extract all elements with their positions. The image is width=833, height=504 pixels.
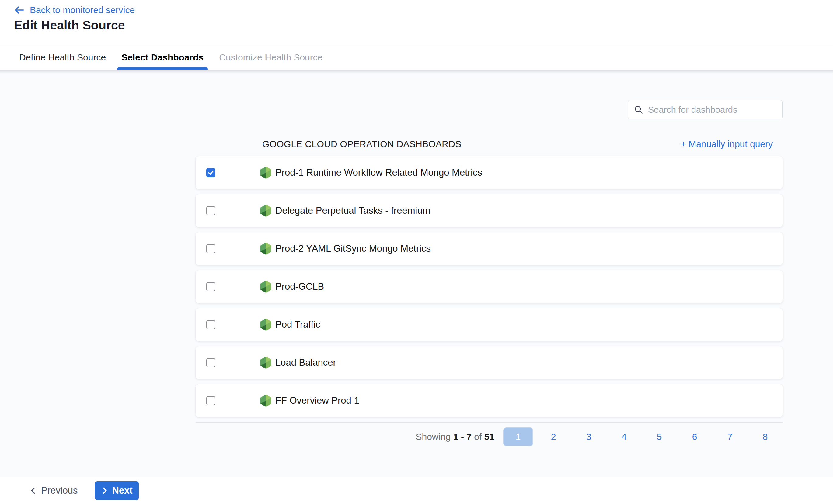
dashboard-checkbox[interactable] (206, 396, 215, 405)
tab-define-health-source[interactable]: Define Health Source (15, 45, 110, 70)
previous-label: Previous (41, 485, 78, 496)
pagination-showing-word: Showing (415, 432, 451, 442)
page-title: Edit Health Source (14, 18, 125, 32)
search-input[interactable] (648, 105, 778, 115)
back-link-label: Back to monitored service (30, 5, 135, 15)
dashboard-hexagon-icon (260, 205, 271, 217)
dashboard-row[interactable]: Load Balancer (196, 346, 783, 379)
tab-select-dashboards[interactable]: Select Dashboards (117, 45, 208, 70)
next-label: Next (112, 485, 133, 496)
dashboard-row[interactable]: Prod-GCLB (196, 270, 783, 303)
pagination-page[interactable]: 7 (712, 427, 747, 446)
list-header-row: GOOGLE CLOUD OPERATION DASHBOARDS + Manu… (196, 139, 783, 149)
dashboard-row[interactable]: Prod-2 YAML GitSync Mongo Metrics (196, 232, 783, 265)
dashboard-label: Pod Traffic (275, 319, 320, 330)
manually-input-query-link[interactable]: + Manually input query (681, 139, 773, 149)
dashboard-list: Prod-1 Runtime Workflow Related Mongo Me… (196, 156, 783, 422)
search-icon (634, 105, 643, 115)
dashboard-hexagon-icon (260, 243, 271, 255)
pagination-of-word: of (474, 432, 482, 442)
dashboard-label: Prod-1 Runtime Workflow Related Mongo Me… (275, 167, 482, 178)
pagination-total: 51 (484, 432, 494, 442)
pagination-page[interactable]: 1 (503, 427, 533, 446)
next-button[interactable]: Next (95, 481, 139, 500)
dashboard-search-box (628, 100, 783, 120)
pagination-page[interactable]: 4 (606, 427, 642, 446)
dashboard-hexagon-icon (260, 281, 271, 293)
dashboard-row[interactable]: Prod-1 Runtime Workflow Related Mongo Me… (196, 156, 783, 189)
content-area: GOOGLE CLOUD OPERATION DASHBOARDS + Manu… (0, 70, 833, 477)
pagination: Showing 1 - 7 of 51 12345678 (196, 427, 783, 447)
dashboard-label: Load Balancer (275, 357, 336, 368)
page-header: Back to monitored service Edit Health So… (0, 0, 833, 45)
back-to-monitored-service-link[interactable]: Back to monitored service (14, 5, 135, 15)
pagination-summary: Showing 1 - 7 of 51 (415, 432, 494, 442)
pagination-range: 1 - 7 (453, 432, 472, 442)
pagination-page[interactable]: 5 (642, 427, 677, 446)
pagination-page[interactable]: 3 (571, 427, 606, 446)
tab-bar: Define Health Source Select Dashboards C… (0, 45, 833, 70)
dashboard-hexagon-icon (260, 167, 271, 179)
dashboard-row[interactable]: FF Overview Prod 1 (196, 384, 783, 417)
dashboard-checkbox[interactable] (206, 206, 215, 215)
dashboard-label: Delegate Perpetual Tasks - freemium (275, 205, 430, 216)
dashboard-checkbox[interactable] (206, 282, 215, 291)
pagination-page[interactable]: 8 (747, 427, 783, 446)
dashboard-checkbox[interactable] (206, 168, 215, 177)
dashboard-hexagon-icon (260, 357, 271, 369)
pagination-page[interactable]: 6 (677, 427, 712, 446)
section-title: GOOGLE CLOUD OPERATION DASHBOARDS (262, 139, 461, 149)
dashboard-row[interactable]: Delegate Perpetual Tasks - freemium (196, 194, 783, 227)
dashboard-label: FF Overview Prod 1 (275, 395, 359, 406)
page-list: 12345678 (500, 427, 783, 446)
dashboard-checkbox[interactable] (206, 320, 215, 329)
footer-bar: Previous Next (0, 477, 833, 504)
dashboard-label: Prod-GCLB (275, 281, 324, 292)
dashboard-row[interactable]: Pod Traffic (196, 308, 783, 341)
previous-button[interactable]: Previous (29, 485, 78, 496)
dashboard-checkbox[interactable] (206, 244, 215, 253)
chevron-left-icon (29, 487, 37, 495)
arrow-left-icon (14, 5, 25, 15)
dashboard-label: Prod-2 YAML GitSync Mongo Metrics (275, 243, 431, 254)
tab-customize-health-source[interactable]: Customize Health Source (215, 45, 327, 70)
dashboard-checkbox[interactable] (206, 358, 215, 367)
chevron-right-icon (101, 487, 108, 495)
dashboard-hexagon-icon (260, 395, 271, 407)
list-divider (196, 422, 783, 423)
dashboard-hexagon-icon (260, 319, 271, 331)
pagination-page[interactable]: 2 (536, 427, 571, 446)
